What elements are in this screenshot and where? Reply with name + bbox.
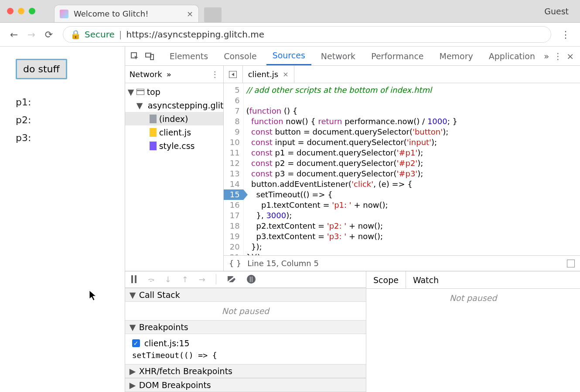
tab-application[interactable]: Application <box>483 47 541 65</box>
browser-tab[interactable]: Welcome to Glitch! × <box>54 5 199 22</box>
url-bar: ← → ⟳ 🔒 Secure | https://asyncstepping.g… <box>0 23 580 47</box>
checkbox-checked-icon[interactable]: ✓ <box>132 339 140 347</box>
close-tab-icon[interactable]: × <box>187 9 193 18</box>
browser-chrome: Welcome to Glitch! × Guest <box>0 0 580 23</box>
document-icon <box>150 115 157 123</box>
step-out-icon[interactable]: ↑ <box>182 275 188 284</box>
sources-navigator: Network » ⋮ ▼ top ▼ asyncstepping.glitc <box>125 66 224 271</box>
tree-file-label: (index) <box>159 114 188 124</box>
cursor-position: Line 15, Column 5 <box>247 259 319 268</box>
editor-tab-clientjs[interactable]: client.js × <box>243 66 294 83</box>
tree-file-index[interactable]: (index) <box>125 112 223 125</box>
more-tabs-icon[interactable]: » <box>544 51 549 61</box>
tree-file-label: style.css <box>159 141 195 151</box>
browser-menu-icon[interactable]: ⋮ <box>561 29 570 40</box>
svg-rect-3 <box>136 89 144 95</box>
close-file-icon[interactable]: × <box>283 70 288 78</box>
svg-rect-7 <box>131 275 133 283</box>
url-text: https://asyncstepping.glitch.me <box>126 29 265 40</box>
maximize-window-icon[interactable] <box>29 8 35 14</box>
tab-elements[interactable]: Elements <box>164 47 215 65</box>
tab-performance[interactable]: Performance <box>365 47 430 65</box>
caret-down-icon: ▼ <box>130 290 136 300</box>
breakpoint-file: client.js:15 <box>144 338 190 348</box>
forward-button[interactable]: → <box>25 28 38 41</box>
tab-memory[interactable]: Memory <box>433 47 479 65</box>
minimize-window-icon[interactable] <box>18 8 24 14</box>
dom-breakpoints-header[interactable]: ▶ DOM Breakpoints <box>125 378 366 392</box>
css-file-icon <box>150 142 157 150</box>
tree-file-clientjs[interactable]: client.js <box>125 125 223 139</box>
caret-right-icon: ▶ <box>130 366 136 376</box>
line-gutter[interactable]: 56789101112131415161718192021 <box>224 83 244 255</box>
tab-console[interactable]: Console <box>218 47 263 65</box>
caret-down-icon: ▼ <box>128 87 134 97</box>
new-tab-button[interactable] <box>204 7 222 22</box>
scope-watch-panel: Scope Watch Not paused <box>366 271 580 392</box>
profile-label[interactable]: Guest <box>544 7 569 16</box>
step-icon[interactable]: → <box>199 275 205 284</box>
pause-icon[interactable] <box>130 275 137 283</box>
breakpoint-code: setTimeout(() => { <box>132 351 359 360</box>
file-tree: ▼ top ▼ asyncstepping.glitc (index) <box>125 83 223 271</box>
editor-tab-label: client.js <box>248 70 279 79</box>
debugger-panel: ⤼ ↓ ↑ → || ▼ Call Stack Not paused ▼ Bre… <box>125 271 580 392</box>
tree-file-stylecss[interactable]: style.css <box>125 139 223 152</box>
caret-down-icon: ▼ <box>130 322 136 332</box>
step-into-icon[interactable]: ↓ <box>165 275 171 284</box>
code-area[interactable]: 56789101112131415161718192021 // add oth… <box>224 83 580 255</box>
code-content[interactable]: // add other scripts at the bottom of in… <box>244 83 580 255</box>
nav-more-icon[interactable]: » <box>167 70 171 79</box>
tree-top[interactable]: ▼ top <box>125 85 223 98</box>
tab-scope[interactable]: Scope <box>366 271 406 288</box>
devtools-menu-icon[interactable]: ⋮ <box>553 51 562 61</box>
tree-top-label: top <box>147 87 160 97</box>
url-separator: | <box>119 29 122 40</box>
p3-label: p3: <box>16 132 109 143</box>
p2-label: p2: <box>16 115 109 125</box>
caret-right-icon: ▶ <box>130 380 136 390</box>
xhr-label: XHR/fetch Breakpoints <box>139 366 232 376</box>
deactivate-breakpoints-icon[interactable] <box>227 275 236 283</box>
inspect-icon[interactable] <box>129 50 141 62</box>
pretty-print-icon[interactable]: { } <box>229 259 242 268</box>
tab-network[interactable]: Network <box>315 47 362 65</box>
coverage-icon[interactable] <box>567 260 575 267</box>
tab-watch[interactable]: Watch <box>406 271 446 288</box>
lock-icon: 🔒 <box>70 29 81 40</box>
tab-sources[interactable]: Sources <box>266 47 311 65</box>
device-toggle-icon[interactable] <box>143 50 156 62</box>
breakpoint-item[interactable]: ✓ client.js:15 <box>132 338 359 348</box>
page-viewport: do stuff p1: p2: p3: <box>0 47 125 392</box>
xhr-breakpoints-header[interactable]: ▶ XHR/fetch Breakpoints <box>125 364 366 378</box>
devtools-toolbar: Elements Console Sources Network Perform… <box>125 47 580 66</box>
pause-exceptions-icon[interactable]: || <box>247 275 256 284</box>
close-devtools-icon[interactable]: × <box>566 51 574 61</box>
breakpoints-header[interactable]: ▼ Breakpoints <box>125 320 366 334</box>
secure-label: Secure <box>85 29 115 40</box>
caret-down-icon: ▼ <box>136 101 143 110</box>
step-over-icon[interactable]: ⤼ <box>148 275 154 284</box>
call-stack-label: Call Stack <box>139 290 180 300</box>
back-button[interactable]: ← <box>8 28 20 41</box>
toggle-navigator-icon[interactable] <box>224 66 243 83</box>
tree-domain[interactable]: ▼ asyncstepping.glitc <box>125 98 223 112</box>
call-stack-body: Not paused <box>125 302 366 320</box>
p1-label: p1: <box>16 97 109 108</box>
close-window-icon[interactable] <box>7 8 14 14</box>
call-stack-header[interactable]: ▼ Call Stack <box>125 288 366 302</box>
js-file-icon <box>150 128 157 137</box>
window-controls <box>7 8 35 14</box>
code-editor: client.js × 5678910111213141516171819202… <box>224 66 580 271</box>
window-icon <box>136 89 144 95</box>
omnibox[interactable]: 🔒 Secure | https://asyncstepping.glitch.… <box>63 26 551 43</box>
do-stuff-button[interactable]: do stuff <box>16 59 67 79</box>
tree-domain-label: asyncstepping.glitc <box>148 101 223 110</box>
reload-button[interactable]: ⟳ <box>43 28 55 41</box>
breakpoints-body: ✓ client.js:15 setTimeout(() => { <box>125 334 366 364</box>
favicon-icon <box>60 10 68 18</box>
nav-menu-icon[interactable]: ⋮ <box>211 70 219 79</box>
svg-rect-8 <box>135 275 136 283</box>
debugger-controls: ⤼ ↓ ↑ → || <box>125 271 366 288</box>
nav-tab-network[interactable]: Network <box>130 70 162 79</box>
